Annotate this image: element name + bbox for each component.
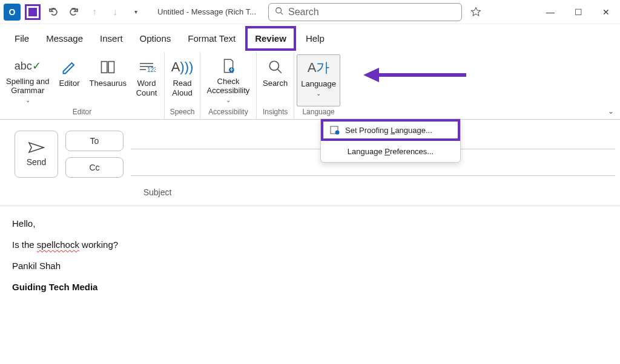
send-button[interactable]: Send xyxy=(15,131,58,178)
premium-icon[interactable] xyxy=(462,7,490,18)
svg-rect-3 xyxy=(108,62,114,73)
language-icon: A가 xyxy=(308,57,330,78)
svg-point-10 xyxy=(269,61,279,70)
svg-line-1 xyxy=(281,13,283,15)
send-label: Send xyxy=(27,157,47,167)
annotation-arrow xyxy=(363,63,466,87)
language-dropdown: Set Proofing Language... Language Prefer… xyxy=(320,119,461,163)
thesaurus-icon xyxy=(99,57,116,77)
app-icon: O xyxy=(2,2,22,22)
body-greeting: Hello, xyxy=(12,218,620,229)
next-item-button: ↓ xyxy=(105,2,125,22)
ribbon-group-accessibility: Check Accessibility⌄ Accessibility xyxy=(200,52,257,119)
group-label-accessibility: Accessibility xyxy=(208,106,248,117)
tab-format-text[interactable]: Format Text xyxy=(180,28,243,48)
tab-insert[interactable]: Insert xyxy=(93,28,130,48)
svg-point-13 xyxy=(335,131,340,135)
signature-name: Pankil Shah xyxy=(12,261,620,271)
save-button[interactable] xyxy=(23,2,42,22)
ribbon-group-speech: A))) Read Aloud Speech xyxy=(165,52,200,119)
ribbon: abc✓ Spelling and Grammar⌄ Editor Thesau… xyxy=(0,52,620,120)
window-controls: — ☐ ✕ xyxy=(536,0,620,24)
smart-search-icon xyxy=(268,57,283,77)
tab-review[interactable]: Review xyxy=(245,26,296,51)
compose-headers: Send To Cc Subject xyxy=(0,120,620,206)
smart-search-button[interactable]: Search xyxy=(259,54,291,106)
ribbon-group-language: A가 Language⌄ Language xyxy=(294,52,343,119)
undo-button[interactable] xyxy=(44,2,63,22)
message-body[interactable]: Hello, Is the spellchock working? Pankil… xyxy=(0,206,620,303)
svg-text:123: 123 xyxy=(147,67,156,73)
group-label-language: Language xyxy=(302,106,334,117)
tab-message[interactable]: Message xyxy=(39,28,90,48)
ribbon-tabs: File Message Insert Options Format Text … xyxy=(0,24,620,52)
close-button[interactable]: ✕ xyxy=(592,0,620,24)
menu-set-proofing-language[interactable]: Set Proofing Language... xyxy=(321,119,460,141)
cc-button[interactable]: Cc xyxy=(65,157,124,178)
previous-item-button: ↑ xyxy=(85,2,104,22)
redo-icon xyxy=(68,6,80,18)
window-title: Untitled - Message (Rich T... xyxy=(157,7,256,16)
search-placeholder: Search xyxy=(288,7,319,18)
subject-label: Subject xyxy=(136,187,179,197)
svg-point-0 xyxy=(276,8,282,13)
ribbon-group-editor: abc✓ Spelling and Grammar⌄ Editor Thesau… xyxy=(0,52,165,119)
group-label-editor: Editor xyxy=(73,106,91,117)
misspelled-word: spellchock xyxy=(37,239,79,250)
spelling-icon: abc✓ xyxy=(15,57,41,76)
redo-button[interactable] xyxy=(64,2,84,22)
menu-set-proofing-language-label: Set Proofing Language... xyxy=(345,126,432,135)
editor-button[interactable]: Editor xyxy=(54,54,85,106)
read-aloud-button[interactable]: A))) Read Aloud xyxy=(167,54,197,106)
send-icon xyxy=(28,141,45,154)
spelling-grammar-button[interactable]: abc✓ Spelling and Grammar⌄ xyxy=(2,54,53,106)
collapse-ribbon-button[interactable]: ⌄ xyxy=(608,107,614,115)
minimize-button[interactable]: — xyxy=(536,0,564,24)
tab-file[interactable]: File xyxy=(7,28,36,48)
check-accessibility-button[interactable]: Check Accessibility⌄ xyxy=(203,54,254,106)
svg-line-11 xyxy=(277,69,282,73)
svg-marker-15 xyxy=(363,68,379,82)
to-button[interactable]: To xyxy=(65,131,124,151)
search-box[interactable]: Search xyxy=(268,3,462,21)
tab-options[interactable]: Options xyxy=(133,28,179,48)
quick-access-toolbar: O ↑ ↓ ▾ xyxy=(0,2,145,22)
qat-customize-button[interactable]: ▾ xyxy=(126,2,145,22)
undo-icon xyxy=(47,6,59,18)
search-icon xyxy=(275,7,283,17)
editor-icon xyxy=(61,57,78,77)
ribbon-group-insights: Search Insights xyxy=(257,52,294,119)
read-aloud-icon: A))) xyxy=(171,57,194,77)
menu-language-preferences[interactable]: Language Preferences... xyxy=(321,141,460,162)
maximize-button[interactable]: ☐ xyxy=(564,0,592,24)
tab-help[interactable]: Help xyxy=(298,28,332,48)
menu-language-preferences-label: Language Preferences... xyxy=(348,147,434,156)
body-line: Is the spellchock working? xyxy=(12,239,620,250)
svg-rect-2 xyxy=(102,62,107,73)
group-label-insights: Insights xyxy=(263,106,288,117)
compose-area: Send To Cc Subject Hello, Is the spellch… xyxy=(0,120,620,303)
proofing-language-icon xyxy=(329,125,340,135)
word-count-icon: 123 xyxy=(137,57,156,77)
svg-point-9 xyxy=(231,68,232,70)
word-count-button[interactable]: 123 Word Count xyxy=(131,54,162,106)
title-bar: O ↑ ↓ ▾ Untitled - Message (Rich T... Se… xyxy=(0,0,620,24)
signature-company: Guiding Tech Media xyxy=(12,282,620,292)
group-label-speech: Speech xyxy=(170,106,195,117)
subject-field[interactable] xyxy=(186,184,615,201)
thesaurus-button[interactable]: Thesaurus xyxy=(86,54,130,106)
accessibility-icon xyxy=(220,57,236,76)
language-button[interactable]: A가 Language⌄ xyxy=(297,54,340,106)
